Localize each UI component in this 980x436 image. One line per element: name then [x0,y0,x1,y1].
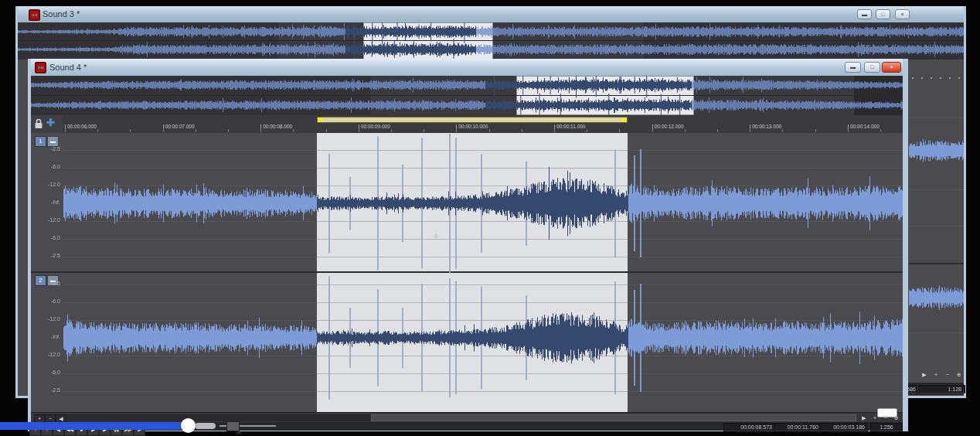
ruler-minor-tick [130,129,131,132]
ruler-minor-tick [619,129,620,132]
player-buffer-bar [195,423,216,429]
lock-icon[interactable] [34,118,43,129]
ruler-time-label: 00:00:09.000 [361,124,390,129]
scrub-marker-icon [236,430,242,434]
sound4-titlebar[interactable]: Sound 4 * ▬ □ × [31,59,903,77]
selection-start-value: 00:00:08.573 [723,423,775,431]
sound3-nav-zoom-selection-button[interactable]: ⊕ [954,371,964,378]
ruler-minor-tick [456,129,457,132]
ruler-minor-tick [196,129,196,132]
zoom-ratio-value: 1:256 [870,423,903,431]
ruler-time-label: 00:00:14.000 [850,124,880,129]
sound4-right-border [903,59,908,431]
sound3-titlebar[interactable]: Sound 3 * ▬ □ × [18,6,964,23]
sound3-close-button[interactable]: × [895,9,910,19]
ruler-minor-tick [750,129,750,132]
db-label: -Inf. [34,334,60,339]
sound3-nav-zoom-in-button[interactable]: + [931,371,941,378]
ruler-minor-tick [97,129,98,132]
db-label: -6.0 [34,370,60,375]
ruler-minor-tick [815,129,816,132]
soundforge-doc-icon [29,9,40,21]
sound3-minimize-button[interactable]: ▬ [857,9,872,19]
ruler-minor-tick [326,129,327,132]
edit-tool-icon[interactable]: ✚ [46,117,55,128]
sound3-title: Sound 3 * [43,6,80,22]
h-scroll-thumb[interactable] [371,414,856,421]
soundforge-doc-icon [35,62,46,73]
sound3-zoom-ratio: 1:128 [919,385,965,393]
selection-end-value: 00:00:11.760 [774,423,822,431]
ruler-minor-tick [587,129,587,132]
main-canvas[interactable] [63,133,903,412]
scrollbar-row: +−◀ ▶+−⊕ [31,412,903,423]
db-label: -2.5 [34,387,60,393]
db-scale-2: -2.5-6.0-12.0-Inf.-12.0-6.0-2.5 [31,133,63,412]
db-scale-1-wrap: 1 ▬ -2.5-6.0-12.0-Inf.-12.0-6.0-2.5 2 ▬ … [31,133,63,412]
ruler-minor-tick [163,129,164,132]
loop-region-end-handle[interactable] [621,118,627,122]
ruler-minor-tick [848,129,849,132]
ruler-minor-tick [522,129,522,132]
ruler-time-label: 00:00:12.000 [655,124,684,129]
ruler-minor-tick [489,129,490,132]
ruler-corner: ✚ [31,115,63,133]
ruler-minor-tick [260,129,261,132]
ruler-time-label: 00:00:11.000 [556,124,585,129]
ruler-minor-tick [293,129,294,132]
nav-play-button[interactable]: ▶ [859,414,869,421]
sound4-minimize-button[interactable]: ▬ [845,62,861,73]
ruler-time-label: 00:00:08.000 [263,124,292,129]
sound4-restore-button[interactable]: □ [864,62,880,73]
sound4-close-button[interactable]: × [882,62,901,73]
ruler-time-label: 00:00:13.000 [752,124,781,129]
ruler-minor-tick [65,129,66,132]
ruler-minor-tick [359,129,359,132]
zoom-highlight-box [877,408,897,417]
db-label: -6.0 [34,298,60,304]
ruler-minor-tick [554,129,555,132]
selection-length-value: 00:00:03.186 [821,423,868,431]
loop-region-start-handle[interactable] [318,118,323,122]
ruler-minor-tick [782,129,783,132]
player-seek-handle[interactable] [181,418,196,433]
ruler-minor-tick [391,129,392,132]
sound3-nav-buttons: ▶+−⊕ [909,370,964,380]
cursor-crosshair-icon: + [434,232,438,240]
ruler-time-label: 00:00:06.000 [67,124,97,129]
ruler-minor-tick [228,129,229,132]
ruler-minor-tick [717,129,718,132]
ruler-minor-tick [424,129,424,132]
ruler-time-label: 00:00:10.000 [458,124,488,129]
db-label: -12.0 [34,316,60,322]
sound3-nav-zoom-out-button[interactable]: − [943,371,952,378]
sound4-overview-canvas[interactable] [31,76,903,115]
sound3-overview-canvas[interactable] [18,22,964,60]
loop-region-bar[interactable] [317,117,628,123]
sound3-restore-button[interactable]: □ [876,9,890,19]
sound3-right-border [964,6,966,398]
sound4-title: Sound 4 * [49,60,87,75]
player-progress-bar[interactable] [0,422,185,430]
db-label: -12.0 [34,352,60,357]
timeline-ruler[interactable]: 00:00:06.00000:00:07.00000:00:08.00000:0… [63,115,903,134]
sound3-wave-canvas[interactable] [909,73,964,371]
ruler-time-label: 00:00:07.000 [165,124,195,129]
ruler-minor-tick [685,129,686,132]
ruler-minor-tick [880,129,881,132]
screen: Sound 3 * ▬ □ × ▶+−⊕ 586 1:128 [0,0,980,436]
ruler-minor-tick [652,129,653,132]
db-label: -2.5 [34,281,60,286]
sound3-nav-play-button[interactable]: ▶ [920,371,929,378]
